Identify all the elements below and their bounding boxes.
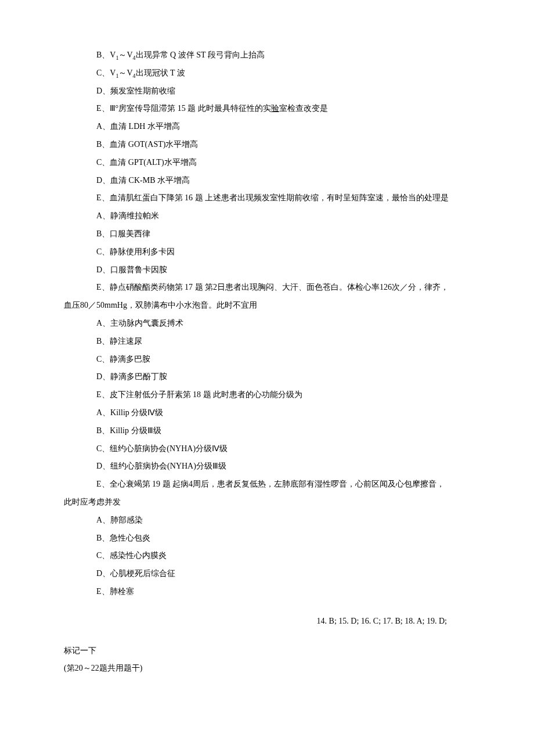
q15-option-e-q16: E、血清肌红蛋白下降第 16 题 上述患者出现频发室性期前收缩，有时呈短阵室速，…	[64, 189, 470, 207]
answer-key: 14. B; 15. D; 16. C; 17. B; 18. A; 19. D…	[64, 613, 470, 631]
q16-option-b: B、口服美西律	[64, 225, 470, 243]
q17-stem-cont: 血压80／50mmHg，双肺满布中小水泡音。此时不宜用	[64, 297, 470, 315]
q19-option-a: A、肺部感染	[64, 512, 470, 530]
mark-label: 标记一下	[64, 642, 470, 660]
option-e-q15: E、Ⅲ°房室传导阻滞第 15 题 此时最具特征性的实验室检查改变是	[64, 100, 470, 118]
q15-option-b: B、血清 GOT(AST)水平增高	[64, 136, 470, 154]
q19-option-e: E、肺栓塞	[64, 583, 470, 601]
option-b: B、V1～V4出现异常 Q 波伴 ST 段弓背向上抬高	[64, 46, 470, 64]
q17-option-d: D、静滴多巴酚丁胺	[64, 368, 470, 386]
q17-option-a: A、主动脉内气囊反搏术	[64, 315, 470, 333]
question-group-label: (第20～22题共用题干)	[64, 660, 470, 678]
q16-option-d: D、口服普鲁卡因胺	[64, 261, 470, 279]
q15-option-c: C、血清 GPT(ALT)水平增高	[64, 154, 470, 172]
q16-option-c: C、静脉使用利多卡因	[64, 243, 470, 261]
q17-option-e-q18: E、皮下注射低分子肝素第 18 题 此时患者的心功能分级为	[64, 386, 470, 404]
q17-option-b: B、静注速尿	[64, 333, 470, 351]
q19-option-d: D、心肌梗死后综合征	[64, 565, 470, 583]
q18-option-d: D、纽约心脏病协会(NYHA)分级Ⅲ级	[64, 458, 470, 476]
q17-option-c: C、静滴多巴胺	[64, 351, 470, 369]
q18-option-a: A、Killip 分级Ⅳ级	[64, 404, 470, 422]
option-d: D、频发室性期前收缩	[64, 82, 470, 100]
q15-option-d: D、血清 CK-MB 水平增高	[64, 172, 470, 190]
q16-option-a: A、静滴维拉帕米	[64, 207, 470, 225]
q16-option-e-q17: E、静点硝酸酯类药物第 17 题 第2日患者出现胸闷、大汗、面色苍白。体检心率1…	[64, 279, 470, 297]
option-c: C、V1～V4出现冠状 T 波	[64, 64, 470, 82]
q15-option-a: A、血清 LDH 水平增高	[64, 118, 470, 136]
q18-option-b: B、Killip 分级Ⅲ级	[64, 422, 470, 440]
q19-option-b: B、急性心包炎	[64, 530, 470, 548]
q18-option-c: C、纽约心脏病协会(NYHA)分级Ⅳ级	[64, 440, 470, 458]
q18-option-e-q19: E、全心衰竭第 19 题 起病4周后，患者反复低热，左肺底部有湿性啰音，心前区闻…	[64, 476, 470, 494]
q19-stem-cont: 此时应考虑并发	[64, 494, 470, 512]
q19-option-c: C、感染性心内膜炎	[64, 547, 470, 565]
